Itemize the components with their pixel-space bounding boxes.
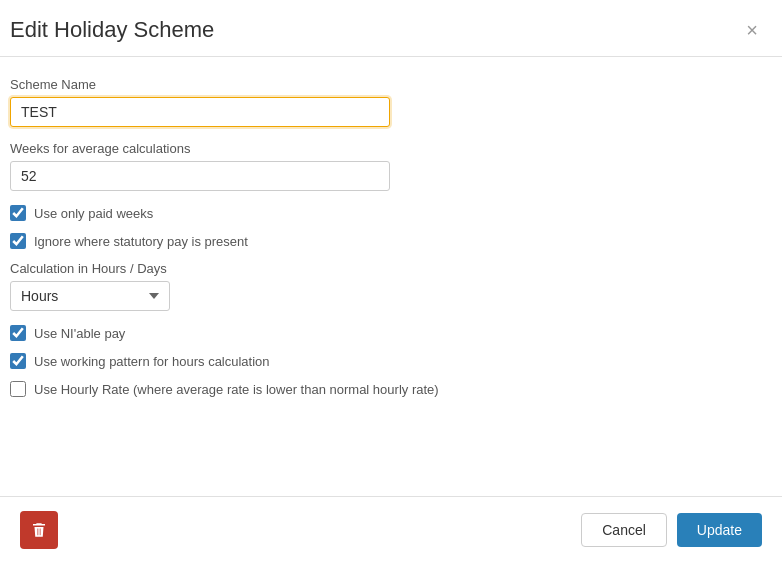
footer-actions: Cancel Update — [581, 513, 762, 547]
cancel-button[interactable]: Cancel — [581, 513, 667, 547]
calculation-group: Calculation in Hours / Days Hours Days — [10, 261, 762, 311]
hourly-rate-label: Use Hourly Rate (where average rate is l… — [34, 382, 439, 397]
weeks-group: Weeks for average calculations — [10, 141, 762, 191]
trash-icon — [30, 521, 48, 539]
paid-weeks-label: Use only paid weeks — [34, 206, 153, 221]
working-pattern-checkbox[interactable] — [10, 353, 26, 369]
close-button[interactable]: × — [742, 16, 762, 44]
scheme-name-label: Scheme Name — [10, 77, 762, 92]
working-pattern-row: Use working pattern for hours calculatio… — [10, 353, 762, 369]
hourly-rate-row: Use Hourly Rate (where average rate is l… — [10, 381, 762, 397]
weeks-input[interactable] — [10, 161, 390, 191]
update-button[interactable]: Update — [677, 513, 762, 547]
calculation-label: Calculation in Hours / Days — [10, 261, 762, 276]
hourly-rate-checkbox[interactable] — [10, 381, 26, 397]
niable-label: Use NI'able pay — [34, 326, 125, 341]
niable-checkbox[interactable] — [10, 325, 26, 341]
weeks-label: Weeks for average calculations — [10, 141, 762, 156]
edit-holiday-scheme-modal: Edit Holiday Scheme × Scheme Name Weeks … — [0, 0, 782, 563]
paid-weeks-row: Use only paid weeks — [10, 205, 762, 221]
statutory-checkbox[interactable] — [10, 233, 26, 249]
working-pattern-label: Use working pattern for hours calculatio… — [34, 354, 270, 369]
delete-button[interactable] — [20, 511, 58, 549]
calculation-select[interactable]: Hours Days — [10, 281, 170, 311]
modal-body: Scheme Name Weeks for average calculatio… — [0, 57, 782, 496]
paid-weeks-checkbox[interactable] — [10, 205, 26, 221]
modal-title: Edit Holiday Scheme — [10, 17, 214, 43]
statutory-label: Ignore where statutory pay is present — [34, 234, 248, 249]
statutory-row: Ignore where statutory pay is present — [10, 233, 762, 249]
modal-header: Edit Holiday Scheme × — [0, 0, 782, 57]
scheme-name-group: Scheme Name — [10, 77, 762, 127]
scheme-name-input[interactable] — [10, 97, 390, 127]
modal-footer: Cancel Update — [0, 496, 782, 563]
niable-row: Use NI'able pay — [10, 325, 762, 341]
